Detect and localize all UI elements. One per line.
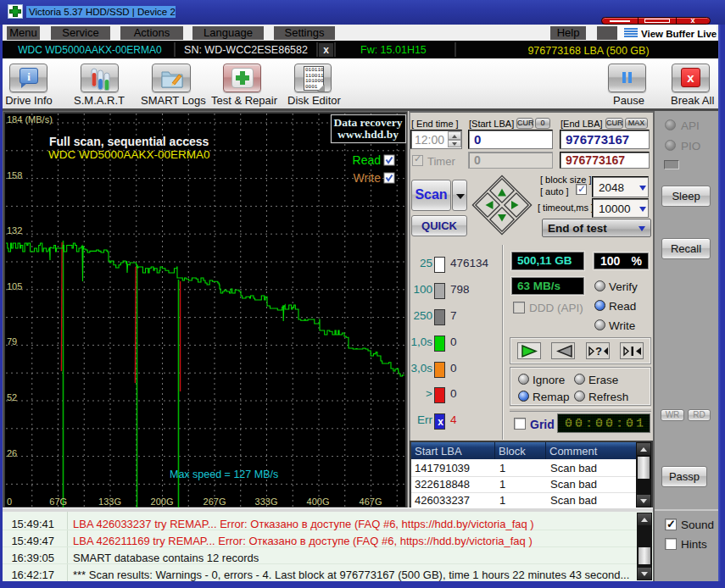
svg-text:132: 132 [7,225,22,236]
svg-text:26: 26 [7,448,17,458]
svg-text:333G: 333G [255,496,278,507]
svg-text:Read: Read [353,153,381,167]
svg-text:158: 158 [7,170,22,180]
svg-text:WDC WD5000AAKX-00ERMA0: WDC WD5000AAKX-00ERMA0 [48,148,210,161]
svg-text:52: 52 [7,392,17,402]
svg-text:200G: 200G [151,496,174,507]
svg-text:Max speed = 127 MB/s: Max speed = 127 MB/s [170,469,278,480]
svg-text:467G: 467G [360,496,382,507]
svg-text:Data recovery: Data recovery [333,116,402,129]
svg-text:79: 79 [7,336,17,347]
svg-text:105: 105 [7,281,22,291]
svg-text:133G: 133G [98,496,121,507]
svg-text:?: ? [595,345,602,358]
svg-text:0: 0 [7,496,12,507]
svg-text:400G: 400G [307,496,330,507]
svg-text:67G: 67G [49,496,67,507]
svg-text:Full scan, sequential access: Full scan, sequential access [49,135,209,148]
svg-text:Write: Write [354,171,382,185]
svg-text:267G: 267G [204,496,226,507]
svg-text:www.hdd.by: www.hdd.by [337,128,399,141]
svg-text:184 (MB/s): 184 (MB/s) [7,114,53,125]
